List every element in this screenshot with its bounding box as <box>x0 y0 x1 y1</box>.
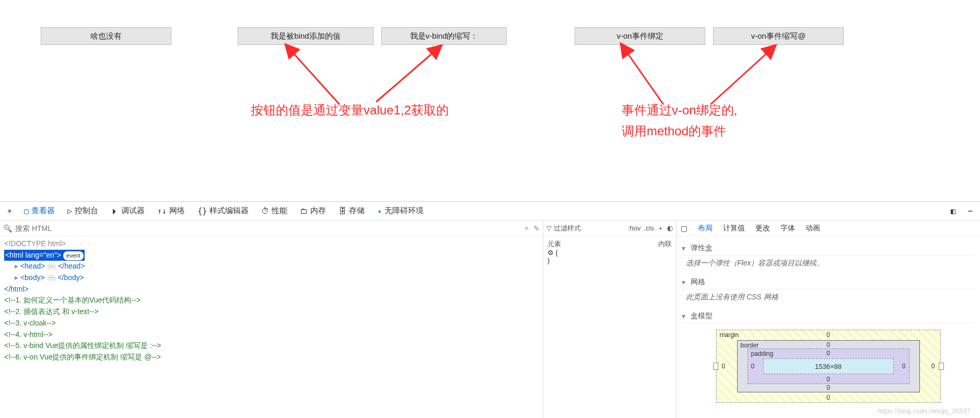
head-node[interactable]: <head> <box>20 262 45 270</box>
ellipsis-icon: ⋯ <box>47 263 56 270</box>
border-top-value[interactable]: 0 <box>826 341 830 349</box>
perf-icon: ⏱ <box>261 206 269 216</box>
arrow-icon <box>0 0 980 165</box>
cls-toggle[interactable]: .cls <box>644 224 655 232</box>
svg-line-3 <box>710 52 768 104</box>
tab-label: 性能 <box>272 206 287 216</box>
picker-icon: ⌖ <box>7 206 11 216</box>
resize-handle-icon[interactable] <box>939 363 944 370</box>
doctype-node: <!DOCTYPE html> <box>4 239 66 248</box>
margin-right-value[interactable]: 0 <box>931 363 935 370</box>
more-icon: ⋯ <box>968 206 973 216</box>
box-model-diagram[interactable]: margin 0 0 0 0 border 0 0 padding 0 0 <box>716 330 941 403</box>
tab-style-editor[interactable]: {}样式编辑器 <box>193 204 253 218</box>
content-size-value[interactable]: 1536×88 <box>815 363 842 370</box>
chevron-down-icon[interactable]: ▾ <box>682 312 687 320</box>
debugger-icon: ⏵ <box>111 206 119 216</box>
inline-label: 内联 <box>658 239 672 249</box>
html-node-selected[interactable]: <html lang="en">event <box>4 250 85 261</box>
margin-label: margin <box>720 331 739 339</box>
padding-right-value[interactable]: 0 <box>902 363 906 370</box>
hov-toggle[interactable]: :hov <box>628 224 641 232</box>
add-icon[interactable]: ＋ <box>523 224 530 233</box>
tab-label: 无障碍环境 <box>384 206 424 216</box>
tab-label: 样式编辑器 <box>209 206 249 216</box>
resize-handle-icon[interactable] <box>713 363 718 370</box>
tab-console[interactable]: ▷控制台 <box>63 204 102 218</box>
subtab-animations[interactable]: 动画 <box>806 224 820 233</box>
tab-label: 调试器 <box>121 206 145 216</box>
padding-label: padding <box>751 350 774 357</box>
tab-label: 控制台 <box>75 206 98 216</box>
dom-tree[interactable]: <!DOCTYPE html> <html lang="en">event ▸ … <box>0 236 543 418</box>
ellipsis-icon: ⋯ <box>47 275 56 281</box>
dock-button[interactable]: ◧ <box>947 204 960 218</box>
event-badge[interactable]: event <box>63 251 84 260</box>
tab-inspector[interactable]: ▢查看器 <box>20 204 59 218</box>
margin-top-value[interactable]: 0 <box>826 331 830 339</box>
grid-message: 此页面上没有使用 CSS 网格 <box>682 289 975 307</box>
subtab-layout[interactable]: 布局 <box>698 224 713 233</box>
more-button[interactable]: ⋯ <box>964 204 977 218</box>
subtab-changes[interactable]: 更改 <box>755 224 770 233</box>
tab-network[interactable]: ↑↓网络 <box>153 204 189 218</box>
comment-node: <!--6. v-on Vue提供的事件绑定机制 缩写是 @--> <box>4 353 161 361</box>
console-icon: ▷ <box>67 206 72 216</box>
dom-tree-panel: 🔍 ＋ ✎ <!DOCTYPE html> <html lang="en">ev… <box>0 220 543 418</box>
expand-icon[interactable]: ▸ <box>15 262 20 270</box>
page-demo-area: 啥也没有 我是被bind添加的值 我是v-bind的缩写： v-on事件绑定 v… <box>0 0 980 165</box>
grid-heading: 网格 <box>691 277 705 287</box>
show-boxmodel-icon[interactable]: ▢ <box>681 224 687 233</box>
chevron-down-icon[interactable]: ▾ <box>682 278 687 286</box>
border-label: border <box>741 342 759 349</box>
margin-bottom-value[interactable]: 0 <box>826 394 830 401</box>
svg-line-1 <box>376 52 434 102</box>
html-close-node: </html> <box>4 285 29 293</box>
svg-line-2 <box>627 52 663 104</box>
flex-heading: 弹性盒 <box>691 243 713 253</box>
watermark-text: https://blog.csdn.net/qq_35537 <box>878 407 971 415</box>
tab-debugger[interactable]: ⏵调试器 <box>107 204 149 218</box>
tab-label: 内存 <box>310 206 326 216</box>
eyedropper-icon[interactable]: ✎ <box>533 224 540 233</box>
body-node[interactable]: <body> <box>20 273 45 282</box>
padding-top-value[interactable]: 0 <box>826 350 830 357</box>
devtools-panel: ⌖ ▢查看器 ▷控制台 ⏵调试器 ↑↓网络 {}样式编辑器 ⏱性能 🗀内存 🗄存… <box>0 201 980 418</box>
devtools-toolbar: ⌖ ▢查看器 ▷控制台 ⏵调试器 ↑↓网络 {}样式编辑器 ⏱性能 🗀内存 🗄存… <box>0 202 980 220</box>
new-rule-button[interactable]: ＋ <box>657 224 664 233</box>
tab-memory[interactable]: 🗀内存 <box>296 204 330 218</box>
padding-left-value[interactable]: 0 <box>751 363 755 370</box>
memory-icon: 🗀 <box>300 206 308 216</box>
tab-label: 网络 <box>169 206 185 216</box>
tab-label: 查看器 <box>31 206 55 216</box>
comment-node: <!--2. 插值表达式 和 v-text--> <box>4 307 98 316</box>
tab-accessibility[interactable]: ✦无障碍环境 <box>373 204 428 218</box>
subtab-fonts[interactable]: 字体 <box>780 224 795 233</box>
padding-bottom-value[interactable]: 0 <box>826 376 830 383</box>
inspector-icon: ▢ <box>24 206 29 216</box>
comment-node: <!--1. 如何定义一个基本的Vue代码结构--> <box>4 296 141 304</box>
light-dark-icon[interactable]: ◐ <box>667 224 673 232</box>
filter-styles-input[interactable]: 过滤样式 <box>554 224 581 233</box>
dock-icon: ◧ <box>951 206 955 216</box>
filter-icon: ▽ <box>546 224 552 232</box>
tab-storage[interactable]: 🗄存储 <box>334 204 369 218</box>
boxmodel-heading: 盒模型 <box>691 311 713 321</box>
chevron-down-icon[interactable]: ▾ <box>682 244 687 252</box>
head-close: </head> <box>58 262 85 270</box>
expand-icon[interactable]: ▸ <box>15 273 20 282</box>
comment-node: <!--4. v-html--> <box>4 330 53 339</box>
style-icon: {} <box>197 206 207 216</box>
comment-node: <!--5. v-bind Vue提供的属性绑定机制 缩写是 :--> <box>4 341 161 350</box>
a11y-icon: ✦ <box>377 206 382 216</box>
rule-selector[interactable]: ⚙ { <box>547 249 672 257</box>
tab-performance[interactable]: ⏱性能 <box>257 204 291 218</box>
layout-panel: ▢ 布局 计算值 更改 字体 动画 ▾弹性盒 选择一个弹性（Flex）容器或项目… <box>676 220 980 418</box>
border-bottom-value[interactable]: 0 <box>826 384 830 391</box>
element-picker-button[interactable]: ⌖ <box>3 204 16 218</box>
search-html-input[interactable] <box>15 224 520 233</box>
styles-panel: ▽过滤样式 :hov .cls ＋ ◐ 元素内联 ⚙ { } <box>543 220 676 418</box>
margin-left-value[interactable]: 0 <box>722 363 726 370</box>
subtab-computed[interactable]: 计算值 <box>723 224 745 233</box>
search-icon: 🔍 <box>3 224 12 233</box>
